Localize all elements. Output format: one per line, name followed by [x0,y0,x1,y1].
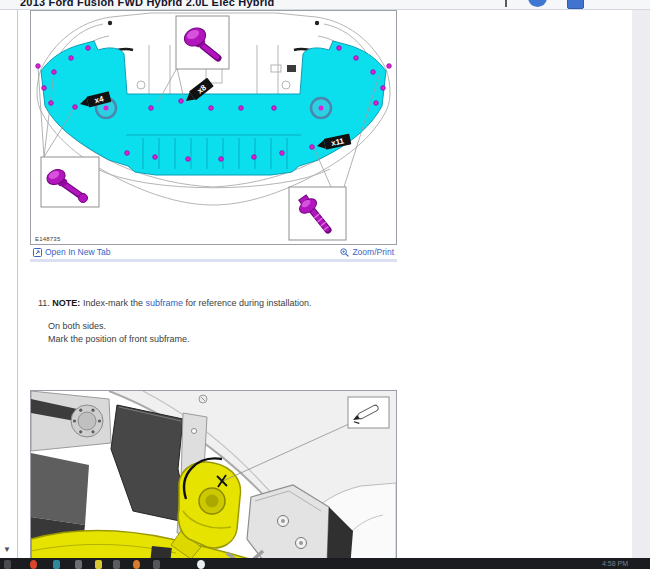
note-tail: for reference during installation. [185,298,311,308]
figure-id-label: E148735 [35,236,60,242]
figure-subframe-mark [30,390,397,558]
note-label: NOTE: [52,298,80,308]
subframe-link[interactable]: subframe [145,298,183,308]
taskbar-icon-7[interactable] [153,560,160,569]
splash-shield [111,405,189,523]
open-in-new-tab-link[interactable]: Open In New Tab [33,247,111,257]
magnifier-icon [340,248,349,257]
step-11: 11. NOTE: Index-mark the subframe for re… [38,298,632,346]
taskbar[interactable]: 4:58 PM [0,558,650,569]
avatar[interactable] [528,0,547,7]
taskbar-icon-3[interactable] [75,560,82,569]
caret-mark [505,0,507,7]
vent-detail [287,65,296,72]
header-bar: 2013 Ford Fusion FWD Hybrid 2.0L Elec Hy… [0,0,650,10]
open-in-new-tab-icon [33,248,42,257]
taskbar-icon-8[interactable] [197,560,205,569]
taskbar-icon-1[interactable] [30,560,37,569]
scroll-down-icon[interactable]: ▼ [3,546,11,554]
taskbar-clock: 4:58 PM [602,560,628,567]
figure1-frame: x4 x8 x11 [30,10,397,245]
subframe-mark-illustration [31,391,396,558]
document-icon[interactable] [567,0,584,9]
step-note: 11. NOTE: Index-mark the subframe for re… [38,298,632,308]
article-content: x4 x8 x11 [18,9,632,558]
bolt-dot [108,21,112,25]
desktop-screen: 2013 Ford Fusion FWD Hybrid 2.0L Elec Hy… [0,0,650,569]
note-text: Index-mark the [83,298,143,308]
taskbar-icon-2[interactable] [53,560,60,569]
left-scrollbar[interactable]: ▼ [0,9,18,558]
taskbar-icon-4[interactable] [95,560,102,569]
step-line-1: On both sides. [48,320,632,333]
figure1-footer: Open In New Tab Zoom/Print [30,245,397,262]
zoom-print-link[interactable]: Zoom/Print [340,247,394,257]
page-title: 2013 Ford Fusion FWD Hybrid 2.0L Elec Hy… [20,0,274,8]
step-number: 11. [38,298,50,308]
taskbar-icon-5[interactable] [113,560,120,569]
figure-underbody-shield: x4 x8 x11 [30,10,397,262]
step-detail-lines: On both sides. Mark the position of fron… [48,320,632,346]
right-gutter [632,9,650,558]
taskbar-start-icon[interactable] [4,560,11,569]
underbody-shield-illustration: x4 x8 x11 [31,11,396,244]
step-line-2: Mark the position of front subframe. [48,333,632,346]
rail-bracket [150,546,172,558]
taskbar-icon-6[interactable] [133,560,140,569]
bolt-dot [315,21,319,25]
